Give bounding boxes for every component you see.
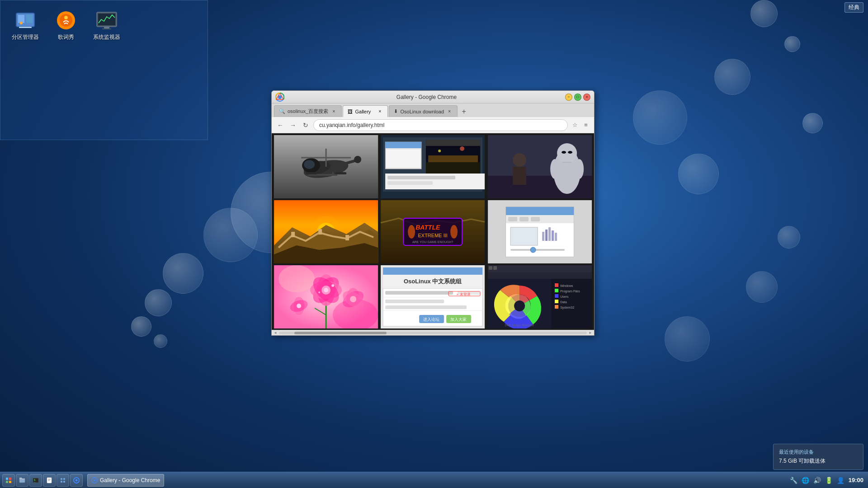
svg-point-112	[318, 291, 320, 293]
svg-text:Data: Data	[560, 300, 567, 304]
svg-rect-122	[385, 300, 444, 303]
battery-tray-icon[interactable]: 🔋	[825, 476, 833, 484]
gallery-item-screenshot[interactable]	[380, 135, 485, 198]
svg-text:Program Files: Program Files	[560, 290, 580, 293]
svg-point-170	[94, 479, 95, 481]
scroll-right-btn[interactable]: ►	[588, 331, 593, 335]
svg-text:× 未登录: × 未登录	[457, 292, 471, 296]
gallery-item-forum[interactable]: OsoLinux 中文系统组 进入论坛 加入大家 ×	[380, 265, 485, 328]
tab-favicon: ⬇	[394, 108, 398, 114]
tab-baidu[interactable]: 🔍 osolinux_百度搜索 ×	[274, 105, 342, 117]
terminal-taskbar-btn[interactable]: _ $	[29, 474, 42, 487]
tab-close-btn[interactable]: ×	[377, 108, 383, 115]
bubble-deco	[145, 289, 172, 316]
svg-text:Disk Usage Analyzer: Disk Usage Analyzer	[505, 324, 534, 327]
svg-point-19	[304, 160, 315, 169]
icon-system-monitor[interactable]: 系统监视器	[91, 9, 123, 41]
svg-rect-85	[510, 227, 538, 245]
svg-point-111	[331, 284, 334, 287]
address-input[interactable]	[313, 119, 568, 131]
menu-icon[interactable]: ≡	[581, 121, 590, 130]
icon-partition-manager[interactable]: 分区管理器	[9, 9, 41, 41]
network-tray-icon[interactable]: 🌐	[802, 476, 810, 484]
chrome-logo-icon	[275, 93, 284, 102]
tab-favicon: 🖼	[348, 109, 353, 114]
desktop: 分区管理器 歌词秀	[0, 0, 868, 488]
scroll-left-btn[interactable]: ◄	[273, 331, 278, 335]
svg-rect-11	[102, 28, 111, 29]
taskbar-app-gallery[interactable]: Gallery - Google Chrome	[87, 474, 164, 487]
tab-close-btn[interactable]: ×	[446, 108, 453, 115]
svg-point-75	[408, 225, 415, 239]
start-menu-button[interactable]	[2, 474, 15, 487]
svg-rect-140	[555, 283, 558, 287]
svg-rect-31	[383, 192, 482, 196]
gallery-item-chart[interactable]: Windows Program Files Users Data System3…	[487, 265, 592, 328]
notification-body: 7.5 GiB 可卸载送体	[779, 457, 858, 465]
tab-download[interactable]: ⬇ OsoLinux download ×	[389, 105, 458, 117]
reload-button[interactable]: ↻	[301, 120, 311, 130]
tab-favicon: 🔍	[279, 108, 285, 114]
gallery-item-greatwall[interactable]	[274, 200, 378, 263]
back-button[interactable]: ←	[275, 120, 285, 130]
gallery-item-flower[interactable]	[274, 265, 378, 328]
close-button[interactable]: ×	[583, 94, 590, 101]
svg-rect-4	[19, 27, 32, 28]
svg-rect-123	[385, 305, 467, 309]
svg-rect-86	[542, 232, 544, 241]
partition-manager-label: 分区管理器	[12, 33, 39, 41]
svg-rect-2	[26, 15, 33, 23]
bubble-deco	[750, 0, 778, 27]
clock: 19:00	[849, 477, 863, 483]
svg-rect-34	[386, 150, 420, 168]
volume-tray-icon[interactable]: 🔊	[813, 476, 821, 484]
tools-tray-icon[interactable]: 🔧	[790, 476, 798, 484]
icon-lyrics-show[interactable]: 歌词秀	[50, 9, 82, 41]
bookmark-icon[interactable]: ☆	[571, 121, 580, 130]
forward-button[interactable]: →	[288, 120, 298, 130]
tab-close-btn[interactable]: ×	[330, 108, 337, 115]
svg-rect-91	[510, 249, 565, 251]
gallery-item-game[interactable]: BATTLE EXTREME III ARE YOU GAME ENOUGH?	[380, 200, 485, 263]
classic-button[interactable]: 经典	[844, 2, 863, 13]
new-tab-button[interactable]: +	[458, 106, 469, 117]
bubble-deco	[802, 113, 823, 133]
tab-gallery[interactable]: 🖼 Gallery ×	[343, 105, 388, 117]
chrome-taskbar-btn[interactable]	[70, 474, 83, 487]
svg-text:Windows: Windows	[560, 284, 573, 287]
app-menu-btn[interactable]	[57, 474, 69, 487]
window-controls: − □ ×	[565, 94, 590, 101]
text-editor-taskbar-btn[interactable]	[43, 474, 56, 487]
taskbar: _ $	[0, 472, 868, 488]
svg-rect-142	[555, 289, 558, 292]
system-monitor-icon	[96, 9, 118, 31]
scrollbar-track[interactable]	[279, 332, 587, 334]
svg-point-76	[450, 225, 458, 239]
user-tray-icon[interactable]: 👤	[837, 476, 845, 484]
file-manager-taskbar-btn[interactable]	[16, 474, 28, 487]
scrollbar-thumb[interactable]	[294, 332, 387, 334]
maximize-button[interactable]: □	[574, 94, 581, 101]
svg-text:加入大家: 加入大家	[450, 317, 467, 322]
bubble-deco	[163, 253, 203, 294]
tab-label: OsoLinux download	[400, 109, 444, 114]
gallery-item-software[interactable]	[487, 200, 592, 263]
svg-point-107	[350, 296, 356, 302]
svg-text:System32: System32	[560, 306, 574, 310]
svg-rect-44	[387, 181, 433, 185]
svg-text:EXTREME III: EXTREME III	[418, 233, 448, 238]
gallery-item-bigmax[interactable]	[487, 135, 592, 198]
notification-popup: 最近使用的设备 7.5 GiB 可卸载送体	[773, 444, 863, 470]
gallery-item-helicopter[interactable]	[274, 135, 378, 198]
bubble-deco	[784, 36, 800, 52]
svg-rect-90	[555, 233, 557, 241]
svg-rect-81	[508, 217, 517, 221]
svg-rect-146	[555, 300, 558, 303]
svg-rect-133	[489, 266, 492, 270]
svg-rect-132	[488, 265, 592, 272]
svg-rect-65	[318, 229, 322, 235]
horizontal-scrollbar[interactable]: ◄ ►	[272, 330, 594, 335]
minimize-button[interactable]: −	[565, 94, 572, 101]
chrome-titlebar: Gallery - Google Chrome − □ ×	[272, 91, 594, 103]
svg-rect-119	[385, 291, 453, 295]
